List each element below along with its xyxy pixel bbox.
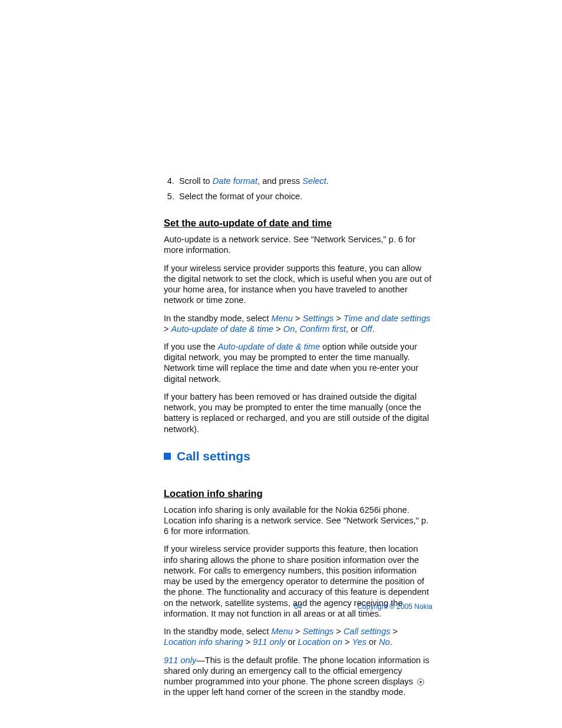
page-body: Scroll to Date format, and press Select.… [164, 176, 432, 704]
square-bullet-icon [164, 453, 171, 460]
section-heading-row: Call settings [164, 449, 432, 464]
menu-path: 911 only [253, 637, 285, 647]
subheading-location-info: Location info sharing [164, 487, 432, 500]
step-text: , and press [257, 176, 302, 186]
page-footer: . 64 Copyright © 2005 Nokia [164, 602, 432, 611]
menu-path: Date format [213, 176, 257, 186]
body-text: > [273, 324, 283, 334]
step-text: Select the format of your choice. [179, 192, 302, 201]
menu-path: Auto-update of date & time [171, 324, 274, 334]
body-text: —This is the default profile. The phone … [164, 655, 429, 686]
menu-path: Off [361, 324, 372, 334]
menu-path: Select [302, 176, 326, 186]
section-heading-call-settings: Call settings [177, 449, 250, 464]
body-text: or [286, 637, 298, 647]
menu-path: Yes [352, 637, 366, 647]
body-text: > [342, 637, 352, 647]
menu-path: Auto-update of date & time [218, 342, 320, 351]
menu-path: 911 only [164, 655, 196, 665]
body-paragraph: 911 only—This is the default profile. Th… [164, 655, 432, 698]
body-text: If you use the [164, 342, 218, 351]
body-paragraph: In the standby mode, select Menu > Setti… [164, 313, 432, 334]
body-paragraph: Auto-update is a network service. See "N… [164, 234, 432, 255]
menu-path: No [379, 637, 390, 647]
copyright-text: Copyright © 2005 Nokia [357, 602, 432, 611]
menu-path: Settings [303, 314, 334, 323]
body-paragraph: If you use the Auto-update of date & tim… [164, 341, 432, 384]
step-text: Scroll to [179, 176, 213, 186]
body-text: , or [346, 324, 361, 334]
location-indicator-icon [417, 678, 424, 686]
body-paragraph: In the standby mode, select Menu > Setti… [164, 626, 432, 647]
body-paragraph: If your battery has been removed or has … [164, 391, 432, 434]
menu-path: On [283, 324, 295, 334]
menu-path: Location on [298, 637, 342, 647]
menu-path: Location info sharing [164, 637, 243, 647]
step-item: Select the format of your choice. [177, 191, 432, 202]
menu-path: Settings [303, 627, 334, 636]
step-item: Scroll to Date format, and press Select. [177, 176, 432, 186]
body-text: > [243, 637, 253, 647]
body-text: In the standby mode, select [164, 314, 272, 323]
step-text: . [326, 176, 329, 186]
step-list: Scroll to Date format, and press Select.… [164, 176, 432, 202]
page-number: 64 [294, 602, 302, 611]
document-page: Scroll to Date format, and press Select.… [0, 0, 562, 728]
menu-path: Time and date settings [343, 314, 431, 323]
menu-path: Confirm first [299, 324, 346, 334]
menu-path: Call settings [343, 627, 391, 636]
body-text: or [366, 637, 379, 647]
body-text: In the standby mode, select [164, 627, 272, 636]
subheading-auto-update: Set the auto-update of date and time [164, 217, 432, 229]
menu-path: Menu [272, 627, 293, 636]
body-text: in the upper left hand corner of the scr… [164, 687, 406, 697]
menu-path: Menu [272, 314, 293, 323]
body-paragraph: Location info sharing is only available … [164, 505, 432, 537]
body-text: . [390, 637, 392, 647]
body-paragraph: If your wireless service provider suppor… [164, 263, 432, 306]
body-text: . [372, 324, 375, 334]
